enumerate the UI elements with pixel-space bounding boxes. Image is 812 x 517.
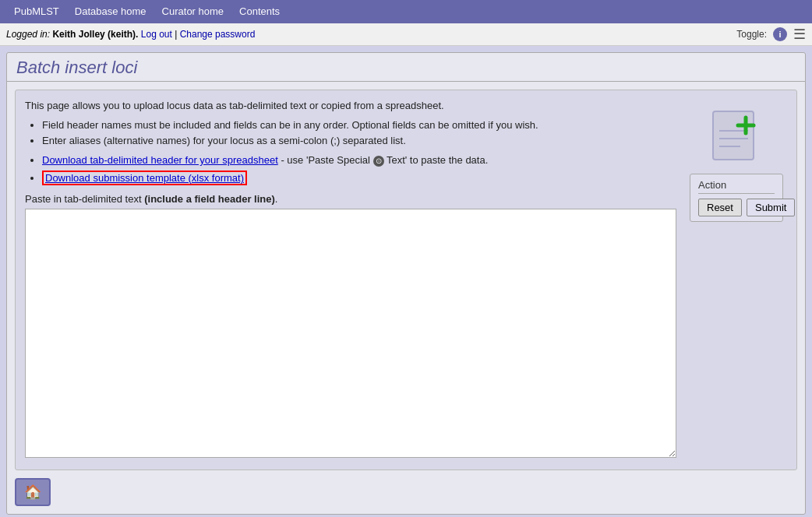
download-tab-link[interactable]: Download tab-delimited header for your s… <box>42 154 278 166</box>
reset-button[interactable]: Reset <box>698 199 742 216</box>
info-icon[interactable]: i <box>773 27 787 41</box>
page-wrapper: Batch insert loci This page allows you t… <box>6 52 806 515</box>
main-content: This page allows you to upload locus dat… <box>15 90 797 470</box>
paste-textarea[interactable] <box>25 209 676 458</box>
paste-label-bold: (include a field header line) <box>144 193 275 205</box>
nav-pubmlst[interactable]: PubMLST <box>6 0 67 23</box>
home-button[interactable]: 🏠 <box>15 478 51 506</box>
paste-label-normal: Paste in tab-delimited text <box>25 193 144 205</box>
paste-label: Paste in tab-delimited text (include a f… <box>25 193 676 205</box>
left-section: This page allows you to upload locus dat… <box>25 100 676 460</box>
change-password-link[interactable]: Change password <box>180 29 256 40</box>
bullet-item-1: Field header names must be included and … <box>42 119 676 131</box>
nav-contents[interactable]: Contents <box>231 0 288 23</box>
download-template-item: Download submission template (xlsx forma… <box>42 171 676 185</box>
login-bar: Logged in: Keith Jolley (keith). Log out… <box>0 23 812 46</box>
document-icon <box>705 104 768 166</box>
right-section: Action Reset Submit <box>686 100 787 460</box>
bullet-item-2: Enter aliases (alternative names) for yo… <box>42 135 676 146</box>
right-controls: Toggle: i ☰ <box>736 26 806 43</box>
login-info: Logged in: Keith Jolley (keith). Log out… <box>6 29 255 40</box>
nav-database-home[interactable]: Database home <box>67 0 154 23</box>
paste-special-icon: ⊙ <box>373 156 384 167</box>
toggle-label: Toggle: <box>736 29 767 40</box>
home-icon: 🏠 <box>24 484 41 501</box>
download-suffix: - use 'Paste Special ⊙ Text' to paste th… <box>281 154 488 166</box>
page-title: Batch insert loci <box>16 58 796 78</box>
nav-curator-home[interactable]: Curator home <box>154 0 231 23</box>
action-box: Action Reset Submit <box>690 174 783 222</box>
page-title-section: Batch insert loci <box>7 53 805 82</box>
description-text: This page allows you to upload locus dat… <box>25 100 676 111</box>
bullet-list: Field header names must be included and … <box>25 119 676 146</box>
action-title: Action <box>698 179 775 194</box>
download-tab-item: Download tab-delimited header for your s… <box>42 154 676 167</box>
action-buttons: Reset Submit <box>698 199 775 216</box>
submit-button[interactable]: Submit <box>747 199 795 216</box>
logout-link[interactable]: Log out <box>141 29 172 40</box>
top-navigation: PubMLST Database home Curator home Conte… <box>0 0 812 23</box>
download-template-highlight: Download submission template (xlsx forma… <box>42 171 247 185</box>
download-list: Download tab-delimited header for your s… <box>25 154 676 185</box>
paste-label-end: . <box>275 193 278 205</box>
download-template-link[interactable]: Download submission template (xlsx forma… <box>45 172 244 184</box>
hamburger-icon[interactable]: ☰ <box>793 26 806 43</box>
bottom-bar: 🏠 <box>15 478 797 506</box>
login-text: Logged in: Keith Jolley (keith). <box>6 29 138 40</box>
